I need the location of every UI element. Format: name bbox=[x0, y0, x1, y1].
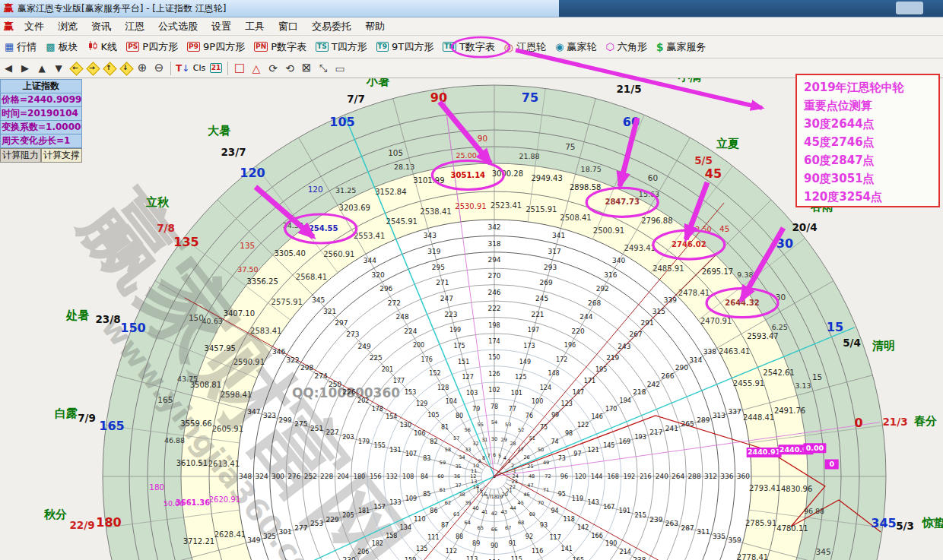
drawtool-triangle[interactable]: △ bbox=[248, 60, 265, 76]
toolbar-button-T数字表[interactable]: TNT数字表 bbox=[438, 40, 500, 55]
svg-text:215: 215 bbox=[634, 512, 646, 519]
toolbar-button-赢家轮[interactable]: ◉赢家轮 bbox=[551, 40, 601, 55]
svg-text:318: 318 bbox=[487, 240, 500, 248]
svg-text:119: 119 bbox=[572, 495, 583, 502]
toolbar-button-赢家服务[interactable]: $赢家服务 bbox=[652, 40, 711, 55]
svg-text:201: 201 bbox=[382, 366, 393, 373]
toolbar-button-板块[interactable]: ▩板块 bbox=[41, 40, 82, 55]
svg-text:155: 155 bbox=[374, 442, 386, 449]
svg-text:142: 142 bbox=[577, 524, 589, 531]
drawtool-fit[interactable]: ⤡ bbox=[315, 60, 332, 76]
drawtool-rotate-cw[interactable]: ⟳ bbox=[265, 60, 281, 76]
symbol-name: 上证指数 bbox=[0, 79, 82, 93]
svg-text:23: 23 bbox=[512, 479, 518, 485]
svg-text:47: 47 bbox=[527, 482, 533, 489]
svg-text:130: 130 bbox=[400, 422, 411, 429]
menu-item-1[interactable]: 浏览 bbox=[51, 18, 84, 35]
svg-text:71: 71 bbox=[543, 487, 549, 493]
cls-tool: Cls bbox=[193, 63, 205, 73]
svg-text:90: 90 bbox=[478, 134, 487, 143]
toolbar-button-9T四方形[interactable]: T99T四方形 bbox=[372, 40, 439, 55]
calc-button-1[interactable]: 计算支撑 bbox=[41, 148, 82, 163]
menu-item-9[interactable]: 帮助 bbox=[358, 18, 392, 35]
drawtool-zoom-out[interactable]: ⊖ bbox=[151, 60, 167, 76]
svg-text:38: 38 bbox=[459, 492, 465, 498]
toolbar-button-六角形[interactable]: ⬡六角形 bbox=[601, 40, 651, 55]
calc-button-0[interactable]: 计算阻力 bbox=[0, 148, 41, 163]
drawtool-screen[interactable]: ▭ bbox=[332, 60, 348, 76]
svg-text:7/9: 7/9 bbox=[78, 412, 96, 424]
svg-text:79: 79 bbox=[472, 406, 480, 413]
svg-text:200: 200 bbox=[413, 342, 424, 349]
drawtool-diamond-up[interactable]: ↑ bbox=[100, 60, 117, 76]
drawtool-nav-right[interactable]: ▶ bbox=[17, 60, 33, 76]
toolbar-button-行情[interactable]: ▦行情 bbox=[0, 40, 41, 55]
svg-text:2538.41: 2538.41 bbox=[420, 207, 451, 216]
svg-text:193: 193 bbox=[634, 434, 646, 441]
time-marker-icon: T↓ bbox=[176, 63, 189, 74]
svg-text:2613.41: 2613.41 bbox=[208, 460, 240, 468]
drawtool-diamond-right[interactable]: → bbox=[84, 60, 100, 76]
svg-text:180: 180 bbox=[354, 473, 365, 480]
svg-text:25: 25 bbox=[527, 464, 533, 470]
svg-text:127: 127 bbox=[462, 374, 473, 381]
toolbar-button-9P四方形[interactable]: P99P四方形 bbox=[183, 40, 249, 55]
toolbar-button-K线[interactable]: K线 bbox=[83, 40, 122, 55]
menu-item-8[interactable]: 交易委托 bbox=[305, 18, 358, 35]
menu-item-5[interactable]: 设置 bbox=[205, 18, 238, 35]
menu-item-3[interactable]: 江恩 bbox=[118, 18, 151, 35]
svg-text:69: 69 bbox=[529, 511, 535, 517]
svg-text:150: 150 bbox=[120, 321, 145, 335]
drawtool-diamond-left[interactable]: ← bbox=[67, 60, 84, 76]
svg-text:105: 105 bbox=[329, 115, 354, 129]
toolbar-label: 9P四方形 bbox=[203, 40, 245, 54]
svg-text:295: 295 bbox=[432, 264, 445, 271]
diamond-down-icon: ↓ bbox=[119, 61, 133, 75]
svg-text:267: 267 bbox=[629, 331, 642, 338]
svg-text:41: 41 bbox=[481, 509, 487, 515]
menu-item-6[interactable]: 工具 bbox=[238, 18, 271, 35]
drawtool-box-x[interactable]: ⊠ bbox=[298, 60, 315, 76]
zoom-out-icon: ⊖ bbox=[154, 62, 164, 74]
svg-text:249: 249 bbox=[357, 343, 370, 350]
drawtool-diamond-down[interactable]: ↓ bbox=[117, 60, 134, 76]
svg-text:2530.91: 2530.91 bbox=[455, 202, 486, 210]
drawtool-zoom-in[interactable]: ⊕ bbox=[134, 60, 151, 76]
menu-item-2[interactable]: 资讯 bbox=[84, 18, 118, 35]
toolbar-button-P数字表[interactable]: PNP数字表 bbox=[249, 40, 311, 55]
menu-item-0[interactable]: 文件 bbox=[17, 18, 51, 35]
svg-text:277: 277 bbox=[294, 524, 307, 532]
svg-text:348: 348 bbox=[239, 473, 252, 480]
window-controls-area[interactable] bbox=[896, 2, 923, 14]
menu-item-4[interactable]: 公式选股 bbox=[151, 18, 205, 35]
svg-text:196: 196 bbox=[564, 342, 576, 349]
drawtool-rect[interactable]: □ bbox=[231, 60, 248, 76]
toolbar-button-T四方形[interactable]: TST四方形 bbox=[311, 40, 372, 55]
svg-text:21/5: 21/5 bbox=[616, 83, 641, 95]
svg-text:2949.43: 2949.43 bbox=[531, 174, 562, 182]
drawtool-nav-left[interactable]: ◀ bbox=[0, 60, 17, 76]
toolbar-label: 9T四方形 bbox=[392, 40, 433, 54]
annotation-line-5: 90度3051点 bbox=[804, 169, 934, 188]
svg-text:226: 226 bbox=[343, 388, 356, 396]
svg-text:311: 311 bbox=[697, 528, 710, 536]
drawtool-cls[interactable]: Cls bbox=[191, 60, 208, 76]
toolbar-button-江恩轮[interactable]: ◎江恩轮 bbox=[500, 40, 551, 55]
drawtool-nav-down[interactable]: ▼ bbox=[50, 60, 67, 76]
nav-up-icon: ▲ bbox=[38, 64, 45, 73]
svg-text:300: 300 bbox=[271, 473, 284, 480]
drawtool-nav-up[interactable]: ▲ bbox=[33, 60, 50, 76]
svg-text:77: 77 bbox=[509, 406, 516, 413]
drawtool-tl-marker[interactable]: T↓ bbox=[174, 60, 191, 76]
drawtool-calendar-21[interactable]: 21 bbox=[208, 60, 224, 76]
menu-item-7[interactable]: 窗口 bbox=[271, 18, 305, 35]
toolbar-button-P四方形[interactable]: PSP四方形 bbox=[122, 40, 183, 55]
svg-text:2500.91: 2500.91 bbox=[593, 226, 624, 235]
drawtool-rotate-ccw[interactable]: ⟲ bbox=[281, 60, 298, 76]
svg-text:174: 174 bbox=[488, 338, 500, 345]
svg-text:30: 30 bbox=[776, 236, 793, 251]
svg-text:175: 175 bbox=[453, 343, 465, 350]
svg-text:2644.32: 2644.32 bbox=[725, 299, 760, 307]
svg-text:271: 271 bbox=[436, 279, 449, 286]
svg-text:166: 166 bbox=[592, 533, 603, 539]
